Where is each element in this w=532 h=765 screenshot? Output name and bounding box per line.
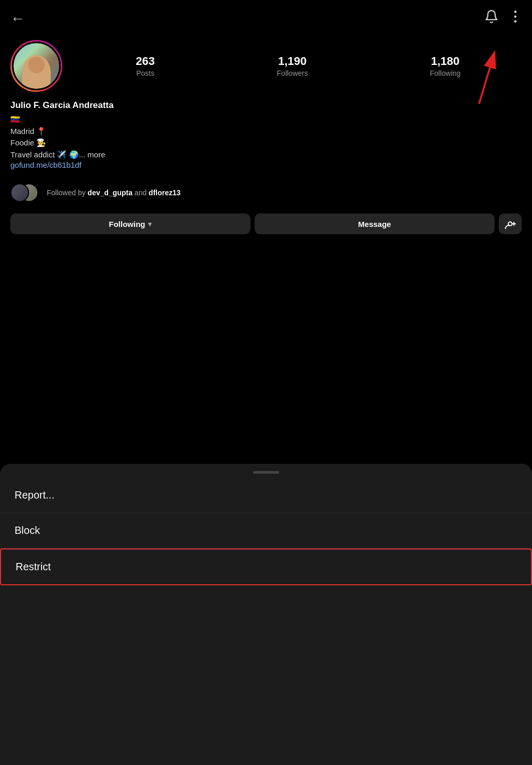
mutual-followers: Followed by dev_d_gupta and dflorez13 bbox=[0, 178, 532, 211]
header-right bbox=[484, 9, 522, 28]
message-button[interactable]: Message bbox=[255, 213, 495, 234]
posts-label: Posts bbox=[136, 69, 154, 77]
profile-top: 263 Posts 1,190 Followers 1,180 Followin… bbox=[10, 40, 522, 92]
bio-foodie: Foodie 🧑‍🍳 bbox=[10, 137, 522, 149]
following-label: Following bbox=[430, 69, 460, 77]
svg-point-2 bbox=[514, 20, 517, 23]
bio-section: Julio F. Garcia Andreatta 🇻🇪 Madrid 📍 Fo… bbox=[0, 100, 532, 178]
display-name: Julio F. Garcia Andreatta bbox=[10, 100, 522, 111]
mutual-avatars bbox=[10, 183, 42, 203]
bio-travel: Travel addict ✈️ 🌍... more bbox=[10, 149, 522, 161]
stats-row: 263 Posts 1,190 Followers 1,180 Followin… bbox=[75, 55, 522, 77]
svg-point-0 bbox=[514, 10, 517, 13]
back-button[interactable]: ← bbox=[10, 11, 25, 26]
add-friend-button[interactable] bbox=[499, 213, 522, 234]
bio-link[interactable]: gofund.me/cb61b1df bbox=[10, 160, 82, 169]
posts-stat[interactable]: 263 Posts bbox=[136, 55, 155, 77]
avatar[interactable] bbox=[10, 40, 62, 92]
followers-count: 1,190 bbox=[278, 55, 307, 68]
bio-location: Madrid 📍 bbox=[10, 126, 522, 138]
posts-count: 263 bbox=[136, 55, 155, 68]
chevron-down-icon: ▾ bbox=[148, 220, 152, 228]
following-button[interactable]: Following ▾ bbox=[10, 213, 250, 234]
more-options-icon[interactable] bbox=[509, 9, 522, 28]
following-stat[interactable]: 1,180 Following bbox=[430, 55, 460, 77]
restrict-item[interactable]: Restrict bbox=[0, 548, 532, 585]
svg-point-1 bbox=[514, 16, 517, 18]
avatar-photo bbox=[14, 43, 59, 89]
header-left: ← bbox=[10, 11, 25, 26]
header: ← bbox=[0, 0, 532, 33]
sheet-handle-container bbox=[0, 464, 532, 478]
mutual-avatar-1 bbox=[10, 183, 29, 202]
mutual-followers-text: Followed by dev_d_gupta and dflorez13 bbox=[47, 188, 181, 198]
bio-flag: 🇻🇪 bbox=[10, 114, 522, 126]
bell-icon[interactable] bbox=[484, 9, 499, 28]
action-buttons: Following ▾ Message bbox=[0, 211, 532, 241]
followers-label: Followers bbox=[277, 69, 308, 77]
report-item[interactable]: Report... bbox=[0, 478, 532, 513]
followers-stat[interactable]: 1,190 Followers bbox=[277, 55, 308, 77]
block-item[interactable]: Block bbox=[0, 513, 532, 548]
profile-section: 263 Posts 1,190 Followers 1,180 Followin… bbox=[0, 33, 532, 92]
following-count: 1,180 bbox=[431, 55, 459, 68]
sheet-handle bbox=[253, 471, 279, 474]
bottom-sheet: Report... Block Restrict bbox=[0, 464, 532, 765]
